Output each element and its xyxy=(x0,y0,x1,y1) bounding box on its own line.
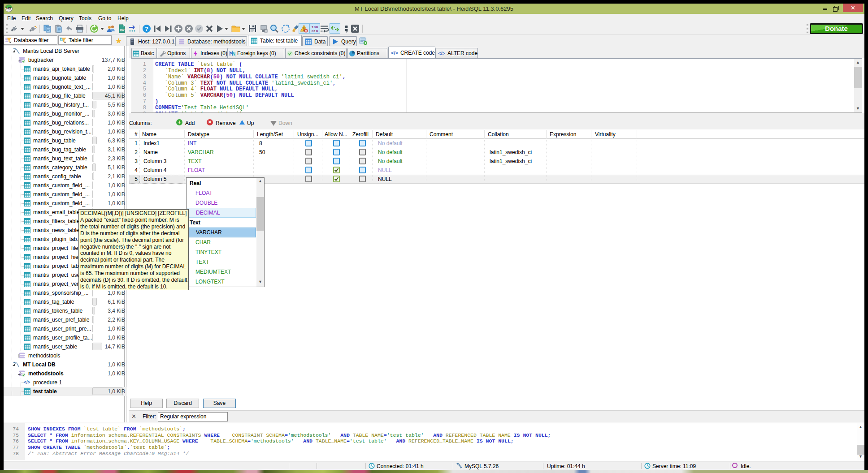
svg-text:010: 010 xyxy=(312,29,318,33)
svg-text:CSV: CSV xyxy=(120,29,125,31)
svg-text:100: 100 xyxy=(312,25,318,29)
svg-text:?: ? xyxy=(145,26,148,32)
